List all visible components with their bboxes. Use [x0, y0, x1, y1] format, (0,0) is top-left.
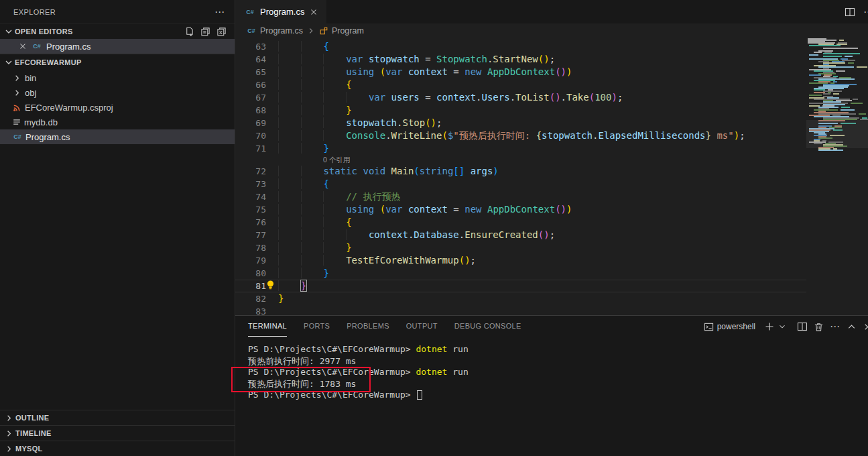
glyph-margin — [266, 78, 278, 91]
close-panel-icon[interactable] — [863, 322, 868, 332]
new-untitled-file-icon[interactable] — [184, 27, 194, 37]
project-section-header[interactable]: EFCOREWARMUP — [0, 54, 235, 70]
code-line-69[interactable]: 69 stopwatch.Stop(); — [235, 117, 806, 129]
panel-more-actions-icon[interactable]: ⋯ — [830, 323, 841, 330]
code-line-66[interactable]: 66 { — [235, 78, 806, 91]
kill-terminal-icon[interactable] — [814, 322, 824, 332]
code-text: Console.WriteLine($"预热后执行时间: {stopwatch.… — [278, 129, 745, 142]
tree-item-mydb-db[interactable]: mydb.db — [0, 115, 235, 129]
indent-guide — [278, 117, 301, 128]
indent-guide — [323, 217, 346, 227]
terminal-output[interactable]: PS D:\Projects\C#\EFCoreWarmup> dotnet r… — [235, 337, 868, 401]
tree-item-bin[interactable]: bin — [0, 70, 235, 85]
code-line-77[interactable]: 77 context.Database.EnsureCreated(); — [235, 229, 806, 241]
indent-guide — [323, 130, 346, 141]
indent-guide — [278, 178, 301, 189]
breadcrumb-symbol[interactable]: Program — [332, 26, 364, 36]
sidebar-section-outline[interactable]: OUTLINE — [0, 410, 235, 425]
tree-item-efcorewarmup-csproj[interactable]: EFCoreWarmup.csproj — [0, 100, 235, 115]
indent-guide — [323, 117, 346, 128]
sidebar-section-timeline[interactable]: TIMELINE — [0, 425, 235, 441]
code-line-79[interactable]: 79 TestEfCoreWithWarmup(); — [235, 254, 806, 267]
panel-tab-ports[interactable]: PORTS — [304, 316, 330, 336]
terminal-line: PS D:\Projects\C#\EFCoreWarmup> dotnet r… — [248, 344, 868, 355]
code-line-65[interactable]: 65 using (var context = new AppDbContext… — [235, 66, 806, 78]
csproj-file-icon — [12, 103, 22, 113]
indent-guide — [278, 79, 301, 90]
save-all-icon[interactable] — [200, 27, 210, 37]
chevron-right-icon — [4, 429, 14, 439]
terminal-dropdown-icon[interactable] — [778, 322, 787, 331]
breadcrumb-file[interactable]: Program.cs — [260, 26, 303, 36]
line-number: 67 — [235, 91, 266, 104]
close-icon[interactable] — [18, 42, 27, 51]
panel-tab-terminal[interactable]: TERMINAL — [248, 316, 287, 337]
tree-item-label: obj — [25, 88, 36, 98]
panel-tab-problems[interactable]: PROBLEMS — [347, 316, 389, 336]
tab-close-icon[interactable] — [309, 7, 318, 17]
glyph-margin — [266, 241, 278, 254]
code-line-70[interactable]: 70 Console.WriteLine($"预热后执行时间: {stopwat… — [235, 129, 806, 142]
new-terminal-icon[interactable] — [764, 321, 775, 332]
code-line-83[interactable]: 83 — [235, 305, 806, 315]
more-actions-icon[interactable]: ⋯ — [863, 9, 868, 15]
indent-guide — [301, 54, 324, 64]
code-line-81[interactable]: 81 } — [235, 280, 806, 292]
code-line-78[interactable]: 78 } — [235, 241, 806, 254]
code-line-64[interactable]: 64 var stopwatch = Stopwatch.StartNew(); — [235, 53, 806, 66]
open-editor-label: Program.cs — [46, 42, 90, 52]
indent-guide — [278, 229, 301, 240]
code-line-63[interactable]: 63 { — [235, 40, 806, 53]
code-text: { — [278, 216, 352, 229]
code-text: } — [278, 267, 329, 280]
chevron-down-icon — [3, 26, 14, 37]
code-line-68[interactable]: 68 } — [235, 104, 806, 117]
code-line-82[interactable]: 82} — [235, 292, 806, 305]
glyph-margin — [266, 117, 278, 129]
indent-guide — [301, 178, 324, 189]
code-editor[interactable]: 63 {64 var stopwatch = Stopwatch.StartNe… — [235, 38, 806, 315]
code-line-76[interactable]: 76 { — [235, 216, 806, 229]
open-editors-section-header[interactable]: OPEN EDITORS — [0, 23, 235, 39]
codelens-references[interactable]: 0 个引用 — [235, 155, 806, 165]
line-number: 63 — [235, 40, 266, 53]
panel-tab-output[interactable]: OUTPUT — [406, 316, 438, 336]
section-label: MYSQL — [15, 445, 43, 453]
explorer-title-row: EXPLORER ⋯ — [0, 0, 235, 23]
code-line-73[interactable]: 73 { — [235, 178, 806, 190]
code-line-80[interactable]: 80 } — [235, 267, 806, 280]
maximize-panel-icon[interactable] — [847, 322, 857, 332]
line-number: 73 — [235, 178, 266, 190]
code-line-74[interactable]: 74 // 执行预热 — [235, 190, 806, 203]
open-editor-item[interactable]: C# Program.cs — [0, 39, 235, 54]
code-text: var stopwatch = Stopwatch.StartNew(); — [278, 53, 555, 66]
split-editor-icon[interactable] — [845, 7, 855, 17]
line-number: 78 — [235, 241, 266, 254]
code-line-75[interactable]: 75 using (var context = new AppDbContext… — [235, 203, 806, 216]
code-line-72[interactable]: 72 static void Main(string[] args) — [235, 165, 806, 178]
tree-item-program-cs[interactable]: C#Program.cs — [0, 129, 235, 144]
split-terminal-icon[interactable] — [797, 321, 808, 332]
indent-guide — [301, 130, 324, 141]
indent-guide — [323, 54, 346, 64]
code-line-71[interactable]: 71 } — [235, 142, 806, 155]
chevron-right-icon — [4, 444, 14, 454]
more-actions-icon[interactable]: ⋯ — [214, 9, 225, 15]
csharp-file-icon: C# — [245, 9, 255, 15]
glyph-margin — [266, 91, 278, 104]
close-all-editors-icon[interactable] — [216, 27, 227, 37]
project-name: EFCOREWARMUP — [15, 58, 82, 66]
minimap-slider[interactable] — [806, 120, 868, 148]
terminal-shell-label[interactable]: powershell — [717, 322, 755, 331]
sidebar-section-mysql[interactable]: MYSQL — [0, 441, 235, 456]
code-line-67[interactable]: 67 var users = context.Users.ToList().Ta… — [235, 91, 806, 104]
file-tree: binobjEFCoreWarmup.csprojmydb.dbC#Progra… — [0, 70, 235, 144]
tree-item-obj[interactable]: obj — [0, 85, 235, 100]
indent-guide — [301, 41, 324, 52]
indent-guide — [301, 117, 324, 128]
indent-guide — [278, 166, 301, 176]
editor-tab[interactable]: C# Program.cs — [235, 0, 326, 23]
line-number: 79 — [235, 254, 266, 267]
panel-tab-debug-console[interactable]: DEBUG CONSOLE — [454, 316, 521, 336]
minimap[interactable] — [806, 38, 868, 151]
